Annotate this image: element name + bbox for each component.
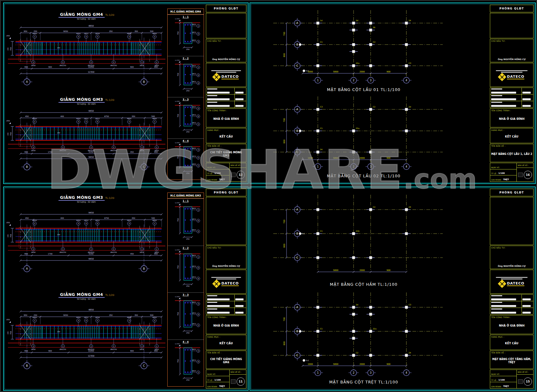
title-block-empty-box	[490, 13, 534, 38]
investor-box: CHỦ ĐẦU TƯ:Ông NGUYỄN HỒNG CỰ	[206, 246, 246, 269]
svg-text:950: 950	[24, 350, 28, 352]
drawing-title-text: GIẰNG MÓNG GM3	[59, 97, 105, 103]
svg-text:3: 3	[370, 165, 371, 168]
svg-text:12350: 12350	[88, 355, 95, 357]
section-svg: 750-1.05025034Ø2062Ø1214Ø20	[169, 142, 202, 176]
investor-label: CHỦ ĐẦU TƯ:	[207, 40, 221, 42]
svg-text:5: 5	[62, 146, 63, 148]
drawing-quantity: Số lượng : 02 dầm	[77, 298, 96, 300]
svg-text:1: 1	[317, 371, 318, 374]
drawing-quantity: Số lượng : 02 dầm	[77, 18, 96, 20]
svg-text:500: 500	[151, 115, 155, 117]
svg-text:5: 5	[62, 248, 63, 250]
category-label: HẠNG MỤC :	[491, 336, 504, 338]
project-name: NHÀ Ở GIA ĐÌNH	[498, 321, 525, 328]
section-svg: 750-1.05025034Ø2062Ø1252Ø12	[169, 296, 202, 335]
drawing-title-box: TÊN BẢN VẼ :MẶT BẰNG CỘT TẦNG HẦM, TRỆT	[490, 351, 534, 369]
svg-text:-1.050: -1.050	[175, 142, 180, 144]
svg-text:B: B	[296, 330, 298, 333]
stamp-icon	[231, 379, 236, 384]
investor-box: CHỦ ĐẦU TƯ:Ông NGUYỄN HỒNG CỰ	[490, 246, 534, 269]
svg-text:4Ø20: 4Ø20	[192, 208, 196, 209]
svg-text:4Ø20: 4Ø20	[152, 316, 157, 318]
svg-text:9450: 9450	[89, 211, 94, 214]
sheet-number-badge: 12	[237, 171, 245, 179]
svg-text:1700: 1700	[48, 151, 52, 153]
stage-value: TRỆT	[219, 178, 225, 181]
section-label: 3 - 3	[183, 293, 189, 296]
title-block-empty-box	[206, 13, 246, 38]
svg-text:Ø6a150: Ø6a150	[60, 64, 66, 66]
svg-text:24: 24	[409, 19, 411, 21]
signature-rows	[206, 88, 246, 108]
svg-text:3: 3	[198, 303, 199, 305]
title-block: PHÒNG QLĐTCHỦ ĐẦU TƯ:Ông NGUYỄN HỒNG CỰD…	[206, 189, 246, 389]
signature-row	[206, 94, 246, 101]
stage-value: TRỆT	[503, 385, 509, 388]
svg-text:4: 4	[86, 320, 87, 322]
company-name: DATECO	[507, 75, 524, 79]
svg-text:B: B	[26, 165, 28, 168]
svg-text:-1.050: -1.050	[175, 202, 180, 204]
svg-text:3: 3	[129, 320, 130, 322]
drawing-title-box: TÊN BẢN VẼ :CHI TIẾT GIẰNG MÓNG GM4	[206, 351, 246, 369]
svg-text:400: 400	[60, 217, 64, 219]
svg-text:2000: 2000	[360, 157, 365, 159]
svg-text:C: C	[296, 256, 298, 259]
sheet-mat-bang-cot-lau-1-lau-2: ABC1234C12d22aC224C3301d3c15c11000580020…	[250, 3, 536, 184]
svg-text:5: 5	[113, 146, 114, 148]
plan-title: MẶT BẰNG CỘT LẦU 02 TL:1/100	[253, 174, 474, 178]
svg-text:-1.050: -1.050	[175, 18, 180, 20]
category-label: HẠNG MỤC :	[207, 336, 220, 338]
beam-elevation-svg: 4850950250905025035050095090010250900950…	[6, 20, 167, 90]
signature-row	[206, 295, 246, 301]
sheet-chi-tiet-giang-mong-gm3: GIẰNG MÓNG GM4TL:1/20Số lượng : 02 dầm48…	[3, 3, 249, 184]
svg-text:B: B	[296, 232, 298, 235]
company-address-lines	[494, 70, 530, 73]
svg-text:4Ø20: 4Ø20	[192, 40, 196, 41]
scale-row: TỶ LỆ :1/100	[490, 169, 516, 175]
svg-text:2Ø12: 2Ø12	[192, 73, 196, 75]
svg-text:2Ø18: 2Ø18	[95, 33, 100, 34]
svg-text:2: 2	[34, 121, 35, 123]
svg-text:2000: 2000	[360, 70, 365, 73]
svg-text:900: 900	[386, 363, 390, 365]
svg-text:30: 30	[373, 26, 375, 28]
svg-text:2d: 2d	[356, 19, 358, 21]
signature-row	[490, 88, 533, 94]
title-block-department: PHÒNG QLĐT	[206, 5, 246, 12]
svg-text:5: 5	[90, 345, 91, 347]
svg-text:500: 500	[150, 314, 153, 316]
svg-text:150: 150	[7, 331, 9, 334]
svg-text:750: 750	[10, 331, 12, 334]
svg-text:250: 250	[109, 30, 113, 32]
svg-text:900: 900	[130, 66, 134, 68]
svg-text:6750: 6750	[104, 217, 109, 219]
svg-text:24: 24	[409, 206, 411, 208]
company-name: DATECO	[221, 281, 239, 286]
sheet-mat-bang-cot-tang-ham-tret: ABCC121bC2243c158002000900700800MẶT BẰNG…	[250, 187, 536, 391]
svg-text:4: 4	[405, 165, 407, 168]
company-address-lines	[209, 70, 243, 73]
sheet-number-badge: 16	[524, 171, 532, 179]
date-label: NGÀY HT:	[491, 167, 500, 168]
svg-text:1700: 1700	[48, 253, 52, 255]
svg-text:1: 1	[317, 165, 318, 168]
svg-text:400: 400	[60, 115, 64, 117]
section-svg: 750-1.05025014Ø2062Ø1224Ø20	[169, 202, 202, 242]
svg-text:4Ø20: 4Ø20	[192, 65, 196, 67]
project-label: TÊN CÔNG TRÌNH :	[207, 109, 227, 112]
stamp-icon	[518, 173, 523, 177]
sections-header: M.C GIẰNG MÓNG GM4	[168, 9, 204, 15]
svg-text:2: 2	[154, 36, 155, 38]
svg-text:2d: 2d	[356, 303, 358, 306]
svg-text:250: 250	[186, 131, 190, 133]
svg-text:1: 1	[156, 146, 157, 148]
signature-rows	[490, 88, 534, 108]
sheet-number-badge: 11	[237, 377, 245, 386]
svg-text:3: 3	[141, 61, 142, 63]
svg-text:150: 150	[7, 47, 9, 51]
svg-text:B: B	[143, 80, 145, 83]
svg-text:150: 150	[57, 331, 60, 333]
svg-text:6: 6	[198, 33, 199, 35]
